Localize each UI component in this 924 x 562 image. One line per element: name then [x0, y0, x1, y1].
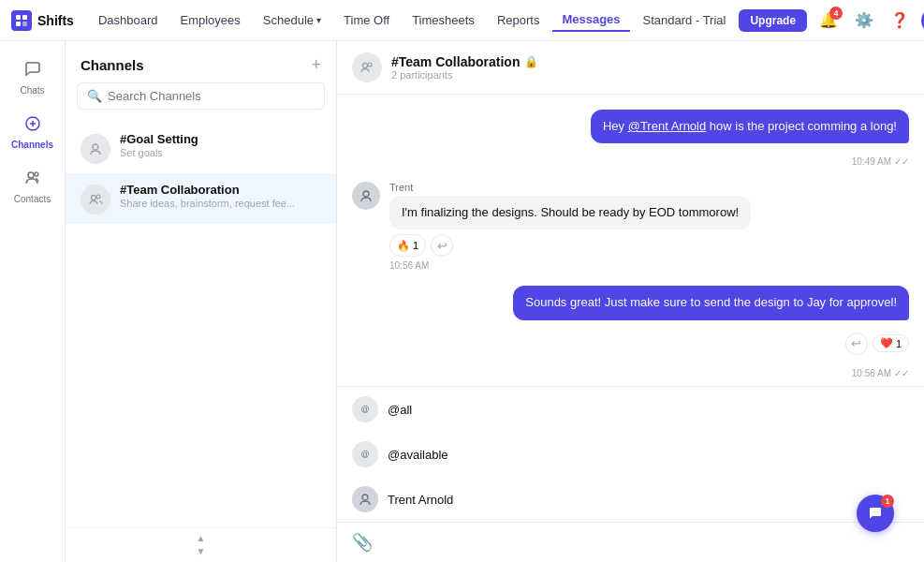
chats-icon — [23, 60, 42, 83]
message-input[interactable] — [380, 536, 909, 550]
message-3-bubble: Sounds great! Just make sure to send the… — [513, 286, 909, 319]
mention-trent-arnold[interactable]: Trent Arnold — [337, 477, 924, 522]
svg-point-6 — [35, 172, 38, 176]
settings-button[interactable]: ⚙️ — [850, 7, 878, 35]
scroll-arrows: ▲ ▼ — [66, 527, 336, 562]
scroll-down-arrow[interactable]: ▼ — [197, 545, 206, 558]
channels-list: #Goal Setting Set goals #Team Collaborat… — [66, 119, 336, 527]
heart-reaction-3[interactable]: ❤️ 1 — [873, 334, 909, 352]
channels-icon — [23, 114, 42, 138]
message-2-time: 10:56 AM — [389, 260, 751, 271]
message-1: Hey @Trent Arnold how is the project com… — [352, 110, 909, 167]
svg-rect-0 — [16, 15, 21, 20]
svg-point-12 — [363, 191, 369, 197]
channel-item-team-collab[interactable]: #Team Collaboration Share ideas, brainst… — [66, 173, 336, 224]
chat-header-info: #Team Collaboration 🔒 2 participants — [391, 54, 538, 81]
chats-label: Chats — [20, 85, 44, 96]
float-chat-button[interactable]: 1 — [857, 495, 894, 532]
sidebar-item-contacts[interactable]: Contacts — [5, 161, 61, 212]
channel-name-goal: #Goal Setting — [120, 132, 198, 146]
main-layout: Chats Channels Contacts Channels + 🔍 — [0, 41, 924, 562]
check-icon-1: ✓✓ — [894, 156, 909, 167]
channel-desc-team: Share ideas, brainstorm, request fee... — [120, 198, 295, 209]
logo-icon — [11, 10, 32, 31]
mention-trent-label: Trent Arnold — [388, 493, 453, 507]
nav-timesheets[interactable]: Timesheets — [403, 9, 484, 31]
message-2: Trent I'm finalizing the designs. Should… — [352, 182, 909, 271]
channel-header-name: #Team Collaboration 🔒 — [391, 54, 538, 69]
channel-info-team: #Team Collaboration Share ideas, brainst… — [120, 183, 295, 209]
message-3-time: 10:56 AM ✓✓ — [852, 368, 909, 378]
channels-title: Channels — [81, 57, 144, 73]
svg-point-8 — [92, 196, 96, 200]
float-chat-badge: 1 — [881, 495, 894, 508]
svg-rect-3 — [22, 22, 27, 26]
help-button[interactable]: ❓ — [886, 7, 914, 35]
svg-rect-1 — [22, 15, 27, 20]
add-reaction-btn-2[interactable]: ↩ — [431, 234, 453, 257]
app-logo[interactable]: Shifts — [11, 10, 74, 31]
svg-point-10 — [363, 64, 368, 68]
channels-label: Channels — [11, 140, 53, 150]
channel-avatar-goal — [81, 134, 110, 164]
mention-dropdown: @ @all @ @available Trent Arnold — [337, 387, 924, 523]
input-area: @ @all @ @available Trent Arnold 📎 — [337, 386, 924, 562]
nav-timeoff[interactable]: Time Off — [334, 9, 399, 31]
nav-schedule[interactable]: Schedule ▾ — [254, 9, 330, 31]
mention-all[interactable]: @ @all — [337, 387, 924, 432]
mention-trent-avatar — [352, 486, 378, 512]
messages-scroll[interactable]: Hey @Trent Arnold how is the project com… — [337, 95, 924, 386]
upgrade-button[interactable]: Upgrade — [739, 9, 807, 32]
message-3: Sounds great! Just make sure to send the… — [352, 286, 909, 377]
message-2-bubble: I'm finalizing the designs. Should be re… — [389, 196, 751, 229]
search-icon: 🔍 — [87, 89, 102, 103]
svg-point-14 — [362, 495, 368, 500]
channel-item-goal-setting[interactable]: #Goal Setting Set goals — [66, 123, 336, 173]
fire-reaction-btn[interactable]: 🔥 1 — [389, 234, 426, 257]
svg-point-9 — [96, 195, 100, 199]
chevron-down-icon: ▾ — [316, 15, 321, 25]
nav-dashboard[interactable]: Dashboard — [89, 9, 168, 31]
attach-button[interactable]: 📎 — [352, 532, 373, 553]
svg-point-11 — [368, 63, 372, 67]
search-box: 🔍 — [77, 82, 325, 110]
nav-right: Upgrade 🔔 4 ⚙️ ❓ JD — [739, 7, 924, 35]
add-reaction-btn-3[interactable]: ↩ — [845, 333, 868, 355]
svg-rect-2 — [16, 22, 21, 26]
sidebar-item-chats[interactable]: Chats — [5, 52, 61, 103]
nav-employees[interactable]: Employees — [171, 9, 250, 31]
nav-trial[interactable]: Standard - Trial — [634, 9, 736, 31]
channels-header: Channels + — [66, 41, 336, 82]
mention-available-avatar: @ — [352, 441, 378, 467]
scroll-up-arrow[interactable]: ▲ — [197, 532, 206, 545]
message-2-sender: Trent — [389, 182, 751, 193]
sidebar: Chats Channels Contacts — [0, 41, 66, 562]
mention-available[interactable]: @ @available — [337, 432, 924, 477]
app-name: Shifts — [37, 13, 74, 28]
nav-reports[interactable]: Reports — [488, 9, 550, 31]
check-icon-3: ✓✓ — [894, 368, 909, 378]
message-1-bubble: Hey @Trent Arnold how is the project com… — [591, 110, 909, 143]
message-1-content: Hey @Trent Arnold how is the project com… — [591, 110, 909, 143]
message-input-row: 📎 — [337, 523, 924, 562]
search-input[interactable] — [108, 89, 315, 103]
notifications-button[interactable]: 🔔 4 — [814, 7, 843, 35]
top-nav: Shifts Dashboard Employees Schedule ▾ Ti… — [0, 0, 924, 41]
channel-info-goal: #Goal Setting Set goals — [120, 132, 198, 158]
channels-panel: Channels + 🔍 #Goal Setting Set goals — [66, 41, 337, 562]
mention-all-avatar: @ — [352, 396, 378, 422]
chat-area: #Team Collaboration 🔒 2 participants Hey… — [337, 41, 924, 562]
contacts-icon — [23, 169, 42, 192]
message-3-content: Sounds great! Just make sure to send the… — [513, 286, 909, 319]
chat-header-avatar — [352, 52, 382, 82]
channel-avatar-team — [81, 185, 110, 214]
svg-point-7 — [93, 144, 98, 150]
sidebar-item-channels[interactable]: Channels — [5, 107, 61, 157]
svg-point-5 — [28, 172, 34, 178]
nav-messages[interactable]: Messages — [552, 8, 629, 32]
channel-desc-goal: Set goals — [120, 147, 198, 158]
add-channel-button[interactable]: + — [311, 56, 321, 73]
message-2-reactions: 🔥 1 ↩ — [389, 234, 751, 257]
contacts-label: Contacts — [14, 194, 51, 204]
mention-trent: @Trent Arnold — [628, 119, 707, 133]
